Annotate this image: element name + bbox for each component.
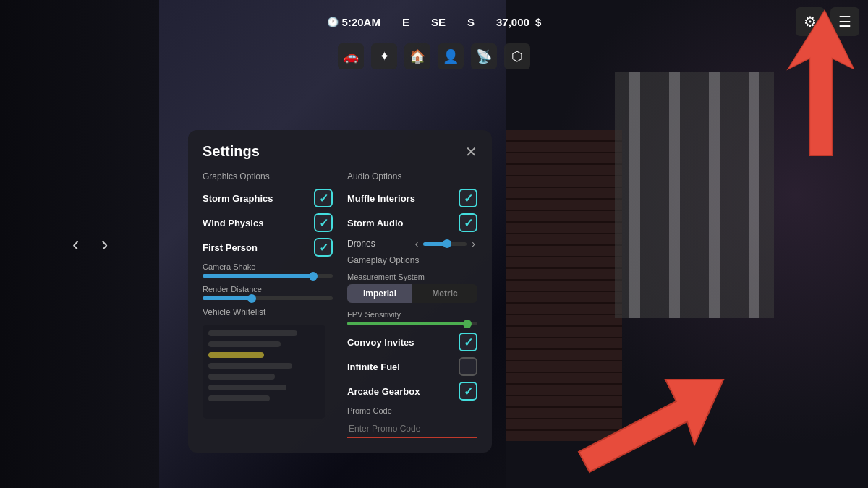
option-wind-physics: Wind Physics ✓ <box>203 213 333 232</box>
hud-time: 🕐 5:20AM <box>327 16 380 28</box>
muffle-interiors-label: Muffle Interiors <box>347 193 415 204</box>
drones-control: ‹ › <box>413 238 477 249</box>
col-audio-gameplay: Audio Options Muffle Interiors ✓ Storm A… <box>347 171 477 438</box>
drones-label: Drones <box>347 239 375 249</box>
option-storm-graphics: Storm Graphics ✓ <box>203 189 333 207</box>
camera-shake-slider-container: Camera Shake <box>203 262 333 278</box>
col-graphics: Graphics Options Storm Graphics ✓ Wind P… <box>203 171 333 438</box>
wl-item-highlight <box>208 352 264 358</box>
side-nav-right[interactable]: › <box>101 233 108 256</box>
render-distance-slider-container: Render Distance <box>203 285 333 300</box>
promo-code-input[interactable] <box>347 421 477 438</box>
settings-header: Settings ✕ <box>203 143 477 160</box>
convoy-invites-checkbox[interactable]: ✓ <box>459 333 477 351</box>
side-nav-left[interactable]: ‹ <box>72 233 79 256</box>
storm-audio-label: Storm Audio <box>347 218 404 228</box>
option-drones: Drones ‹ › <box>347 238 477 249</box>
wl-item <box>208 330 297 336</box>
svg-marker-1 <box>788 11 854 155</box>
wind-physics-label: Wind Physics <box>203 218 263 228</box>
muffle-interiors-checkbox[interactable]: ✓ <box>459 189 477 207</box>
audio-section-label: Audio Options <box>347 171 477 181</box>
first-person-checkbox[interactable]: ✓ <box>314 238 333 257</box>
drones-increase-button[interactable]: › <box>469 238 477 249</box>
imperial-button[interactable]: Imperial <box>347 284 412 303</box>
render-distance-label: Render Distance <box>203 285 333 294</box>
vehicle-whitelist-box[interactable] <box>203 325 326 419</box>
settings-content: Graphics Options Storm Graphics ✓ Wind P… <box>203 171 477 438</box>
checkmark-icon: ✓ <box>319 192 328 205</box>
option-storm-audio: Storm Audio ✓ <box>347 213 477 232</box>
render-distance-thumb[interactable] <box>247 294 256 303</box>
arcade-gearbox-checkbox[interactable]: ✓ <box>459 382 477 401</box>
red-arrow-up-icon <box>709 4 854 163</box>
storm-graphics-checkbox[interactable]: ✓ <box>314 189 333 207</box>
infinite-fuel-checkbox[interactable]: ✓ <box>459 357 477 376</box>
graphics-section-label: Graphics Options <box>203 171 333 181</box>
hud-money: 37,000 $ <box>496 16 541 28</box>
checkmark-icon: ✓ <box>319 216 328 230</box>
infinite-fuel-label: Infinite Fuel <box>347 361 400 372</box>
red-arrow-down-icon <box>571 365 731 481</box>
arcade-gearbox-label: Arcade Gearbox <box>347 386 420 397</box>
vehicle-whitelist-label: Vehicle Whitelist <box>203 307 333 317</box>
settings-panel: Settings ✕ Graphics Options Storm Graphi… <box>188 130 492 453</box>
option-convoy-invites: Convoy Invites ✓ <box>347 333 477 351</box>
gameplay-section-label: Gameplay Options <box>347 255 477 265</box>
checkmark-icon: ✓ <box>319 241 328 254</box>
promo-code-section: Promo Code <box>347 406 477 438</box>
render-distance-track[interactable] <box>203 296 333 300</box>
first-person-label: First Person <box>203 242 258 253</box>
wl-item <box>208 341 281 347</box>
wind-physics-checkbox[interactable]: ✓ <box>314 213 333 232</box>
option-first-person: First Person ✓ <box>203 238 333 257</box>
hud-icon-home[interactable]: 🏠 <box>404 43 430 69</box>
wl-item <box>208 374 275 380</box>
svg-marker-2 <box>579 380 723 472</box>
convoy-invites-label: Convoy Invites <box>347 337 414 348</box>
checkmark-icon: ✓ <box>464 335 473 349</box>
hud-icons-row: 🚗 ✦ 🏠 👤 📡 ⬡ <box>338 43 530 69</box>
drones-thumb[interactable] <box>443 239 451 248</box>
fpv-fill <box>347 322 467 325</box>
vehicle-whitelist-section: Vehicle Whitelist <box>203 307 333 419</box>
bg-left <box>0 0 159 488</box>
hud-icon-hex[interactable]: ⬡ <box>504 43 530 69</box>
hud-icon-signal[interactable]: 📡 <box>471 43 497 69</box>
settings-title: Settings <box>203 143 260 160</box>
wl-item <box>208 395 270 401</box>
checkmark-icon: ✓ <box>464 192 473 205</box>
measurement-section: Measurement System Imperial Metric <box>347 273 477 303</box>
storm-audio-checkbox[interactable]: ✓ <box>459 213 477 232</box>
option-muffle-interiors: Muffle Interiors ✓ <box>347 189 477 207</box>
drones-slider-track[interactable] <box>423 242 467 246</box>
measurement-toggle: Imperial Metric <box>347 284 477 303</box>
measurement-label: Measurement System <box>347 273 477 281</box>
fpv-sensitivity-label: FPV Sensitivity <box>347 310 477 319</box>
camera-shake-track[interactable] <box>203 274 333 278</box>
camera-shake-thumb[interactable] <box>309 272 318 281</box>
drones-decrease-button[interactable]: ‹ <box>413 238 421 249</box>
option-infinite-fuel: Infinite Fuel ✓ <box>347 357 477 376</box>
hud-icon-weather[interactable]: ✦ <box>371 43 397 69</box>
hud-icon-vehicle[interactable]: 🚗 <box>338 43 364 69</box>
fpv-sensitivity-track[interactable] <box>347 322 477 325</box>
hud-direction-se: SE <box>431 16 446 28</box>
wl-item <box>208 385 286 390</box>
fpv-thumb[interactable] <box>463 320 472 328</box>
storm-graphics-label: Storm Graphics <box>203 193 273 204</box>
wl-item <box>208 363 292 369</box>
metric-button[interactable]: Metric <box>412 284 477 303</box>
checkmark-icon: ✓ <box>464 216 473 230</box>
hud-direction-e: E <box>402 16 409 28</box>
checkmark-icon: ✓ <box>464 360 473 374</box>
camera-shake-fill <box>203 274 313 278</box>
option-arcade-gearbox: Arcade Gearbox ✓ <box>347 382 477 401</box>
camera-shake-label: Camera Shake <box>203 262 333 271</box>
render-distance-fill <box>203 296 252 300</box>
fpv-sensitivity-slider-container: FPV Sensitivity <box>347 310 477 325</box>
whitelist-list <box>203 325 326 407</box>
hud-icon-player[interactable]: 👤 <box>438 43 464 69</box>
close-button[interactable]: ✕ <box>465 145 477 159</box>
checkmark-icon: ✓ <box>464 385 473 398</box>
